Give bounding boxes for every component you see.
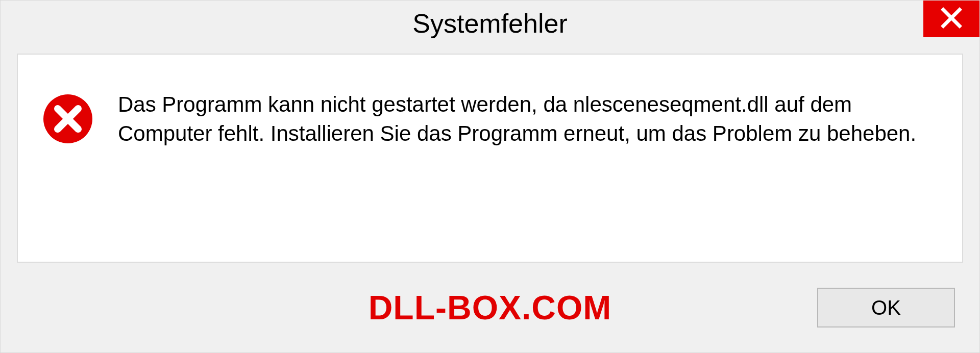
- ok-button[interactable]: OK: [817, 288, 955, 327]
- error-dialog: Systemfehler Das Programm kann nicht ges…: [0, 0, 980, 353]
- error-message: Das Programm kann nicht gestartet werden…: [118, 90, 938, 148]
- titlebar: Systemfehler: [1, 1, 979, 46]
- watermark-text: DLL-BOX.COM: [369, 288, 612, 327]
- content-panel: Das Programm kann nicht gestartet werden…: [17, 54, 963, 263]
- close-button[interactable]: [923, 1, 979, 37]
- dialog-footer: DLL-BOX.COM OK: [1, 263, 979, 352]
- close-icon: [940, 7, 963, 31]
- error-circle-x-icon: [42, 93, 93, 144]
- dialog-title: Systemfehler: [412, 8, 567, 39]
